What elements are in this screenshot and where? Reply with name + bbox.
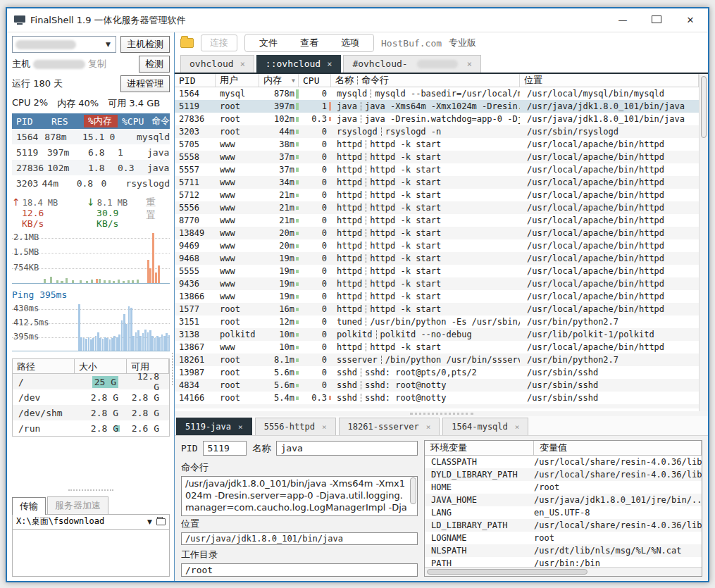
detail-tab[interactable]: 5119-java× [176,418,252,435]
open-folder-icon[interactable] [156,518,166,525]
process-row[interactable]: 18261root8.1m0ssserver/bin/python /usr/b… [175,354,699,366]
transfer-file-list[interactable] [12,530,170,577]
process-table-header[interactable]: PID 用户 内存▼ CPU 名称命令行 位置 [175,74,699,87]
process-row[interactable]: 5558www37m0httpdhttpd -k start/usr/local… [175,151,699,163]
env-row[interactable]: LANGen_US.UTF-8 [425,506,702,519]
disk-row[interactable]: /run2.8 G2.6 G [13,420,169,436]
sidebar-process-row[interactable]: 5119397m6.81java [12,144,170,160]
copy-link[interactable]: 复制 [88,58,106,70]
mem-stat: 内存 40% [57,97,99,110]
process-row[interactable]: 5555www19m0httpdhttpd -k start/usr/local… [175,265,699,277]
disk-row[interactable]: /25 G12.8 G [13,374,169,389]
splitter-handle-vertical[interactable] [172,353,173,385]
process-row[interactable]: 3203root44m0rsyslogdrsyslogd -n/usr/sbin… [175,125,699,138]
process-row[interactable]: 9468www19m0httpdhttpd -k start/usr/local… [175,252,699,265]
chart-bar [168,335,170,351]
vertical-scrollbar[interactable] [699,74,708,411]
check-button[interactable]: 检测 [139,56,170,73]
env-row[interactable]: NLSPATH/usr/dt/lib/nls/msg/%L/%N.cat [425,544,702,557]
reset-link[interactable]: 重置 [146,196,170,222]
process-row[interactable]: 13866www19m0httpdhttpd -k start/usr/loca… [175,290,699,303]
process-row[interactable]: 5711www34m0httpdhttpd -k start/usr/local… [175,176,699,189]
sidebar-process-row[interactable]: 1564878m15.10mysqld [12,129,170,144]
process-row[interactable]: 5557www37m0httpdhttpd -k start/usr/local… [175,163,699,176]
process-row[interactable]: 5556www21m0httpdhttpd -k start/usr/local… [175,201,699,214]
download-path-bar[interactable]: X:\桌面\fsdownload ▼ [12,514,170,530]
pro-version-link[interactable]: 专业版 [449,37,476,49]
process-row[interactable]: 9469www20m0httpdhttpd -k start/usr/local… [175,239,699,252]
process-row[interactable]: 13849www20m0httpdhttpd -k start/usr/loca… [175,227,699,239]
process-row[interactable]: 8770www21m0httpdhttpd -k start/usr/local… [175,214,699,227]
process-row[interactable]: 13987root5.6m0sshdsshd: root@pts/0,pts/2… [175,366,699,379]
detail-tab[interactable]: 18261-ssserver× [339,418,440,435]
name-field[interactable] [276,441,418,456]
tab-close-icon[interactable]: × [467,59,472,69]
process-row[interactable]: 4834root5.6m0sshdsshd: root@notty/usr/sb… [175,379,699,392]
pid-field-label: PID [181,443,197,453]
env-row[interactable]: LD_LIBRARY_PATH/usr/local/share/resin-4.… [425,519,702,532]
tab-close-icon[interactable]: × [322,423,327,432]
env-row[interactable]: HOME/root [425,481,702,494]
env-horizontal-scrollbar[interactable] [425,567,702,576]
transfer-tab-active[interactable]: 传输 [12,497,46,515]
session-tab[interactable]: ::ovhcloud× [256,55,342,73]
host-check-button[interactable]: 主机检测 [120,36,170,53]
tab-close-icon[interactable]: × [426,423,431,432]
process-row[interactable]: 5712www21m0httpdhttpd -k start/usr/local… [175,189,699,201]
process-row[interactable]: 27836root102m0.3javajava -Dresin.watchdo… [175,113,699,125]
chevron-down-icon[interactable]: ▼ [101,41,116,48]
menu-item[interactable]: 选项 [330,36,371,50]
tab-close-icon[interactable]: × [238,423,243,432]
pid-field[interactable] [203,441,247,456]
process-row[interactable]: 5119root397m1javajava -Xms64m -Xmx1024m … [175,100,699,113]
env-row[interactable]: DYLD_LIBRARY_PATH/usr/local/share/resin-… [425,468,702,481]
cmdline-box[interactable]: /usr/java/jdk1.8.0_101/bin/java -Xms64m … [181,476,418,516]
axis-tick-label: 430ms [13,303,39,313]
process-row[interactable]: 3151root12m0tuned/usr/bin/python -Es /us… [175,315,699,328]
disk-row[interactable]: /dev2.8 G2.8 G [13,389,169,405]
host-combobox[interactable]: ▼ [12,36,116,53]
location-field[interactable] [181,532,418,545]
process-row[interactable]: 5705www38m0httpdhttpd -k start/usr/local… [175,138,699,151]
process-row[interactable]: 9436www19m0httpdhttpd -k start/usr/local… [175,277,699,290]
close-button[interactable]: ✕ [685,15,695,25]
sidebar-process-row[interactable]: 320344m0.80rsyslogd [12,175,170,191]
cmdline-scrollbar-thumb[interactable] [410,477,416,504]
workdir-field[interactable] [181,563,418,577]
horizontal-splitter[interactable] [175,411,708,416]
connect-button[interactable]: 连接 [201,35,237,51]
env-table-header[interactable]: 环境变量 变量值 [425,441,702,456]
process-row[interactable]: 14166root5.4m0.3sshdsshd: root@notty/usr… [175,392,699,404]
tab-close-icon[interactable]: × [515,423,520,432]
path-chevron-down-icon[interactable]: ▼ [143,518,156,525]
hostbuf-link[interactable]: HostBuf.com [381,38,442,49]
finalshell-window: FinalShell 1.9 一体化服务器管理软件 — ✕ ▼ 主机检测 主机 … [6,7,709,582]
scrollbar-thumb[interactable] [701,76,707,138]
env-row[interactable]: JAVA_HOME/usr/java/jdk1.8.0_101/jre/bin/… [425,494,702,506]
session-tab[interactable]: #ovhcloud-× [343,55,481,73]
sidebar-process-row[interactable]: 27836102m1.80.3java [12,160,170,175]
process-manage-button[interactable]: 进程管理 [120,75,170,92]
process-row[interactable]: 1564mysql878m0mysqldmysqld --basedir=/us… [175,87,699,100]
detail-tab[interactable]: 1564-mysqld× [442,418,528,435]
process-row[interactable]: 3138polkitd10m0polkitdpolkitd --no-debug… [175,328,699,341]
env-row[interactable]: LOGNAMEroot [425,532,702,544]
process-row[interactable]: 13867www10m0httpdhttpd -k start/usr/loca… [175,341,699,354]
maximize-button[interactable] [652,15,661,25]
detail-tab[interactable]: 5556-httpd× [255,418,336,435]
minimize-button[interactable]: — [618,15,628,25]
transfer-tab-inactive[interactable]: 服务器加速 [47,496,108,514]
env-row[interactable]: CLASSPATH/usr/local/share/resin-4.0.36/l… [425,456,702,468]
menu-item[interactable]: 文件 [248,36,289,50]
tab-close-icon[interactable]: × [240,59,245,69]
folder-icon[interactable] [180,38,194,48]
env-scrollbar-thumb[interactable] [427,569,587,575]
menu-item[interactable]: 查看 [289,36,330,50]
sidebar-process-table-header[interactable]: PID RES %内存 %CPU 命令 [12,113,170,129]
splitter-handle[interactable] [68,489,113,491]
tab-close-icon[interactable]: × [327,59,332,69]
process-row[interactable]: 1577root16m0httpdhttpd -k start/usr/loca… [175,303,699,315]
env-row[interactable]: PATH/usr/bin:/bin [425,557,702,567]
session-tab[interactable]: ovhcloud× [180,55,254,73]
disk-row[interactable]: /dev/shm2.8 G2.8 G [13,405,169,420]
